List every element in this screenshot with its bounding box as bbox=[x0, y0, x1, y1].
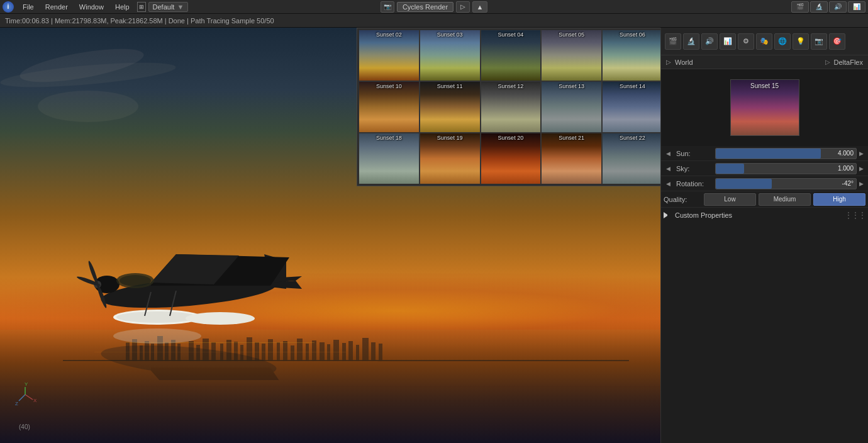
rp-icon-1[interactable]: 🎬 bbox=[665, 33, 681, 50]
hdri-thumb-bg-22 bbox=[603, 133, 660, 184]
rot-decrement[interactable]: ◀ bbox=[664, 178, 672, 189]
hdri-thumb-bg-03 bbox=[420, 30, 480, 81]
svg-point-53 bbox=[186, 312, 255, 325]
seaplane bbox=[38, 179, 365, 380]
quality-label: Quality: bbox=[664, 196, 701, 203]
status-bar: Time:00:06.83 | Mem:21798.83M, Peak:2186… bbox=[0, 14, 868, 28]
hdri-thumb-04[interactable]: Sunset 04 bbox=[481, 30, 542, 81]
cycles-render-button[interactable]: Cycles Render bbox=[397, 2, 453, 12]
icon-render3[interactable]: 🔊 bbox=[829, 1, 847, 13]
menu-file[interactable]: File bbox=[18, 2, 39, 12]
sun-increment[interactable]: ▶ bbox=[857, 148, 865, 159]
sky-slider[interactable]: 1.000 bbox=[715, 163, 857, 174]
sun-slider[interactable]: 4.000 bbox=[715, 148, 857, 159]
rp-icon-9[interactable]: 📷 bbox=[811, 33, 827, 50]
menu-help[interactable]: Help bbox=[110, 2, 135, 12]
hdri-thumb-05[interactable]: Sunset 05 bbox=[541, 30, 602, 81]
hdri-thumb-06[interactable]: Sunset 06 bbox=[602, 30, 660, 81]
hdri-thumb-03[interactable]: Sunset 03 bbox=[420, 30, 481, 81]
menu-window[interactable]: Window bbox=[74, 2, 109, 12]
render-settings-icon[interactable]: ▷ bbox=[456, 1, 470, 13]
quality-high-button[interactable]: High bbox=[813, 193, 865, 206]
camera-btn[interactable]: ▲ bbox=[472, 1, 487, 13]
sky-decrement[interactable]: ◀ bbox=[664, 163, 672, 174]
sky-label: Sky: bbox=[672, 165, 715, 172]
frame-counter: (40) bbox=[19, 423, 30, 430]
hdri-thumb-20[interactable]: Sunset 20 bbox=[481, 133, 542, 184]
3d-viewport[interactable]: Z X Y (40) Sunset 02Sunset 03Sunset 04Su… bbox=[0, 28, 660, 443]
rotation-property-row: ◀ Rotation: -42° ▶ bbox=[661, 176, 868, 191]
icon-render4[interactable]: 📊 bbox=[848, 1, 865, 13]
svg-line-60 bbox=[25, 395, 33, 400]
hdri-thumb-12[interactable]: Sunset 12 bbox=[481, 81, 542, 133]
hdri-thumb-bg-05 bbox=[542, 30, 601, 81]
svg-marker-57 bbox=[151, 367, 289, 380]
custom-props-label: Custom Properties bbox=[675, 211, 732, 219]
preview-label: Sunset 15 bbox=[731, 82, 799, 89]
outliner-expand-2[interactable]: ▷ bbox=[825, 59, 830, 65]
svg-text:Z: Z bbox=[15, 401, 18, 407]
sun-value: 4.000 bbox=[838, 150, 854, 157]
rp-icon-7[interactable]: 🌐 bbox=[774, 33, 791, 50]
hdri-thumb-19[interactable]: Sunset 19 bbox=[420, 133, 481, 184]
rp-icon-6[interactable]: 🎭 bbox=[756, 33, 772, 50]
triangle-icon bbox=[664, 212, 670, 218]
rp-icon-10[interactable]: 🎯 bbox=[829, 33, 845, 50]
app-icon[interactable]: i bbox=[3, 1, 14, 13]
icon-render[interactable]: 🎬 bbox=[791, 1, 809, 13]
hdri-thumb-bg-21 bbox=[542, 133, 601, 184]
cloud-3 bbox=[38, 91, 138, 122]
rotation-slider[interactable]: -42° bbox=[715, 178, 857, 189]
svg-point-52 bbox=[116, 311, 198, 323]
hdri-thumb-bg-02 bbox=[359, 30, 419, 81]
hdri-thumb-02[interactable]: Sunset 02 bbox=[359, 30, 420, 81]
outliner-delta-label: DeltaFlex bbox=[834, 59, 863, 66]
rp-icon-8[interactable]: 💡 bbox=[793, 33, 809, 50]
hdri-popup-panel: Sunset 02Sunset 03Sunset 04Sunset 05Suns… bbox=[357, 28, 660, 186]
svg-point-58 bbox=[113, 328, 201, 344]
rp-icon-4[interactable]: 📊 bbox=[720, 33, 736, 50]
sky-value: 1.000 bbox=[838, 165, 854, 172]
layout-selector[interactable]: Default ▼ bbox=[148, 2, 189, 12]
selected-preview-thumb[interactable]: Sunset 15 bbox=[730, 79, 799, 136]
layout-icon[interactable]: ⊞ bbox=[137, 2, 146, 12]
quality-medium-button[interactable]: Medium bbox=[759, 193, 811, 206]
outliner-header: ▷ World ▷ DeltaFlex bbox=[661, 55, 868, 69]
rp-icon-5[interactable]: ⚙ bbox=[738, 33, 754, 50]
hdri-thumb-22[interactable]: Sunset 22 bbox=[602, 133, 660, 184]
menu-render[interactable]: Render bbox=[40, 2, 73, 12]
rot-increment[interactable]: ▶ bbox=[857, 178, 865, 189]
hdri-thumb-18[interactable]: Sunset 18 bbox=[359, 133, 420, 184]
hdri-thumb-21[interactable]: Sunset 21 bbox=[541, 133, 602, 184]
hdri-thumb-bg-11 bbox=[420, 82, 480, 132]
hdri-thumb-10[interactable]: Sunset 10 bbox=[359, 81, 420, 133]
menu-bar: i File Render Window Help ⊞ Default ▼ 📷 … bbox=[0, 0, 868, 14]
hdri-grid: Sunset 02Sunset 03Sunset 04Sunset 05Suns… bbox=[357, 28, 660, 186]
rp-icon-3[interactable]: 🔊 bbox=[701, 33, 718, 50]
outliner-expand[interactable]: ▷ bbox=[666, 59, 671, 65]
hdri-thumb-bg-18 bbox=[359, 133, 419, 184]
outliner-world-label: World bbox=[675, 59, 693, 66]
rp-icon-2[interactable]: 🔬 bbox=[683, 33, 699, 50]
main-area: Z X Y (40) Sunset 02Sunset 03Sunset 04Su… bbox=[0, 28, 868, 443]
hdri-thumb-13[interactable]: Sunset 13 bbox=[541, 81, 602, 133]
hdri-thumb-bg-12 bbox=[481, 82, 541, 132]
custom-props-dots[interactable]: ⋮⋮⋮ bbox=[845, 211, 865, 220]
rotation-label: Rotation: bbox=[672, 180, 715, 188]
custom-properties-row[interactable]: Custom Properties ⋮⋮⋮ bbox=[661, 208, 868, 223]
sky-property-row: ◀ Sky: 1.000 ▶ bbox=[661, 161, 868, 176]
sky-increment[interactable]: ▶ bbox=[857, 163, 865, 174]
sun-label: Sun: bbox=[672, 150, 715, 157]
quality-row: Quality: Low Medium High bbox=[661, 191, 868, 208]
svg-point-46 bbox=[120, 275, 151, 286]
render-camera-icon[interactable]: 📷 bbox=[381, 1, 394, 13]
sun-property-row: ◀ Sun: 4.000 ▶ bbox=[661, 146, 868, 161]
hdri-thumb-14[interactable]: Sunset 14 bbox=[602, 81, 660, 133]
icon-render2[interactable]: 🔬 bbox=[810, 1, 828, 13]
quality-low-button[interactable]: Low bbox=[704, 193, 756, 206]
sun-decrement[interactable]: ◀ bbox=[664, 148, 672, 159]
right-panel: 🎬 🔬 🔊 📊 ⚙ 🎭 🌐 💡 📷 🎯 ▷ World ▷ DeltaFlex … bbox=[660, 28, 868, 443]
hdri-thumb-bg-20 bbox=[481, 133, 541, 184]
hdri-thumb-11[interactable]: Sunset 11 bbox=[420, 81, 481, 133]
svg-text:X: X bbox=[33, 398, 37, 403]
